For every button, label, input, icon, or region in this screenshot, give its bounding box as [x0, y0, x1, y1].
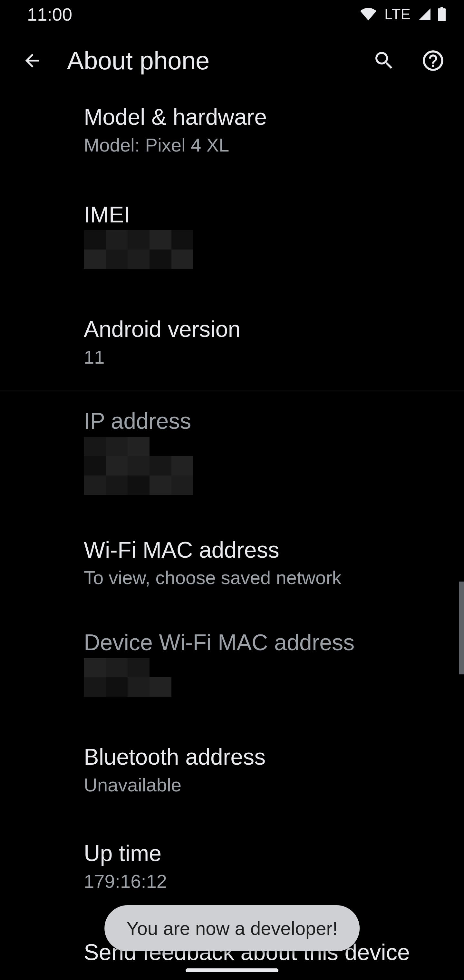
status-time: 11:00 [27, 4, 72, 25]
row-device-wifi-mac: Device Wi-Fi MAC address [0, 608, 464, 719]
back-button[interactable] [13, 41, 52, 80]
row-wifi-mac[interactable]: Wi-Fi MAC address To view, choose saved … [0, 515, 464, 608]
help-button[interactable] [419, 46, 447, 75]
row-sub-uptime: 179:16:12 [84, 869, 464, 893]
battery-icon [438, 7, 446, 21]
row-sub-wifimac: To view, choose saved network [84, 565, 464, 590]
row-ip-address: IP address [0, 393, 464, 515]
imei-redacted [84, 230, 193, 269]
row-title-imei: IMEI [84, 201, 464, 229]
row-sub-android: 11 [84, 345, 464, 369]
help-icon [421, 48, 445, 73]
wifi-icon [360, 8, 377, 21]
divider [0, 390, 464, 390]
row-model-hardware[interactable]: Model & hardware Model: Pixel 4 XL [0, 93, 464, 170]
row-imei[interactable]: IMEI [0, 170, 464, 295]
row-title-uptime: Up time [84, 840, 464, 868]
search-button[interactable] [370, 46, 398, 75]
row-sub-imei [84, 230, 464, 269]
row-up-time[interactable]: Up time 179:16:12 [0, 815, 464, 912]
row-bluetooth-address[interactable]: Bluetooth address Unavailable [0, 719, 464, 815]
row-title-wifimac: Wi-Fi MAC address [84, 536, 464, 565]
row-title-model: Model & hardware [84, 103, 464, 132]
signal-icon [418, 8, 431, 21]
devmac-redacted [84, 658, 172, 697]
status-icons: LTE [360, 5, 446, 23]
app-bar: About phone [0, 29, 464, 93]
row-sub-ip [84, 437, 464, 495]
row-sub-devmac [84, 658, 464, 697]
row-sub-model: Model: Pixel 4 XL [84, 133, 464, 157]
search-icon [372, 49, 396, 72]
arrow-back-icon [22, 50, 43, 71]
ip-redacted [84, 437, 193, 495]
row-title-ip: IP address [84, 407, 464, 436]
content: Model & hardware Model: Pixel 4 XL IMEI … [0, 93, 464, 980]
scrollbar-thumb[interactable] [459, 582, 464, 675]
row-sub-bt: Unavailable [84, 773, 464, 797]
toast-developer: You are now a developer! [104, 905, 360, 951]
lte-label: LTE [385, 5, 410, 23]
row-title-devmac: Device Wi-Fi MAC address [84, 628, 464, 657]
row-title-android: Android version [84, 315, 464, 344]
row-android-version[interactable]: Android version 11 [0, 294, 464, 387]
status-bar: 11:00 LTE [0, 0, 464, 29]
gesture-nav-bar[interactable] [186, 968, 278, 972]
row-title-bt: Bluetooth address [84, 743, 464, 772]
page-title: About phone [67, 46, 370, 75]
